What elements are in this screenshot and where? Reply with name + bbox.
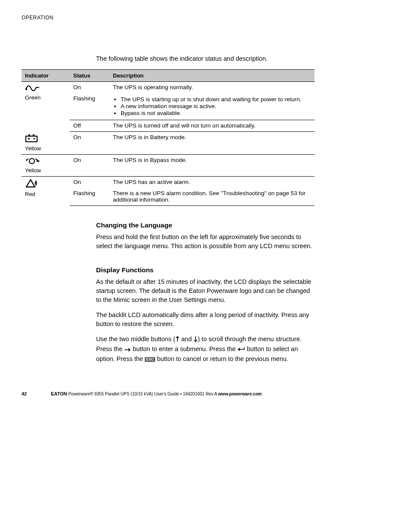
battery-mode-icon — [25, 134, 39, 143]
description-list-item: A new information message is active. — [121, 103, 311, 109]
svg-rect-2 — [28, 134, 30, 136]
status-cell: Flashing — [70, 93, 109, 120]
table-header-description: Description — [109, 70, 314, 82]
status-cell: Flashing — [70, 188, 109, 206]
svg-rect-1 — [26, 136, 37, 142]
page-footer: 42EATON Powerware® 9355 Parallel UPS (10… — [22, 391, 389, 396]
svg-point-0 — [25, 88, 27, 90]
status-cell: On — [70, 154, 109, 176]
table-header-status: Status — [70, 70, 109, 82]
status-cell: On — [70, 176, 109, 188]
bypass-mode-icon — [25, 157, 40, 165]
description-list-item: Bypass is not available. — [121, 110, 311, 116]
enter-icon — [237, 345, 245, 355]
indicator-status-table: Indicator Status Description Green On Th… — [22, 69, 314, 206]
description-cell: The UPS is in Battery mode. — [109, 132, 314, 155]
section-heading-language: Changing the Language — [96, 221, 314, 229]
body-paragraph: The backlit LCD automatically dims after… — [96, 311, 314, 329]
alarm-icon — [25, 179, 38, 188]
indicator-color-label: Red — [25, 191, 35, 197]
footer-url: www.powerware.com — [218, 392, 262, 396]
description-cell: The UPS is in Bypass mode. — [109, 154, 314, 176]
description-cell: The UPS is starting up or is shut down a… — [109, 93, 314, 120]
page-number: 42 — [22, 391, 27, 396]
table-header-indicator: Indicator — [22, 70, 70, 82]
body-paragraph: As the default or after 15 minutes of in… — [96, 277, 314, 305]
description-list-item: The UPS is starting up or is shut down a… — [121, 96, 311, 103]
indicator-color-label: Green — [25, 94, 40, 101]
status-cell: Off — [70, 120, 109, 132]
arrow-up-icon — [175, 336, 180, 345]
indicator-color-label: Yellow — [25, 145, 41, 152]
arrow-down-icon — [193, 336, 198, 345]
footer-brand: EATON — [51, 391, 67, 396]
svg-point-7 — [29, 159, 34, 164]
status-cell: On — [70, 82, 109, 93]
intro-paragraph: The following table shows the indicator … — [96, 54, 314, 63]
indicator-color-label: Yellow — [25, 167, 41, 174]
arrow-right-icon — [124, 345, 131, 355]
normal-mode-icon — [25, 84, 40, 92]
description-cell: The UPS is turned off and will not turn … — [109, 120, 314, 132]
section-heading-display-functions: Display Functions — [96, 266, 314, 274]
description-cell: The UPS has an active alarm. — [109, 176, 314, 188]
svg-rect-3 — [33, 134, 34, 136]
status-cell: On — [70, 132, 109, 155]
esc-button-icon: ESC — [145, 357, 156, 362]
running-header: OPERATION — [22, 15, 389, 21]
body-paragraph-with-icons: Use the two middle buttons ( and ) to sc… — [96, 335, 314, 364]
body-paragraph: Press and hold the first button on the l… — [96, 233, 314, 251]
description-cell: There is a new UPS alarm condition. See … — [109, 188, 314, 206]
description-cell: The UPS is operating normally. — [109, 82, 314, 93]
